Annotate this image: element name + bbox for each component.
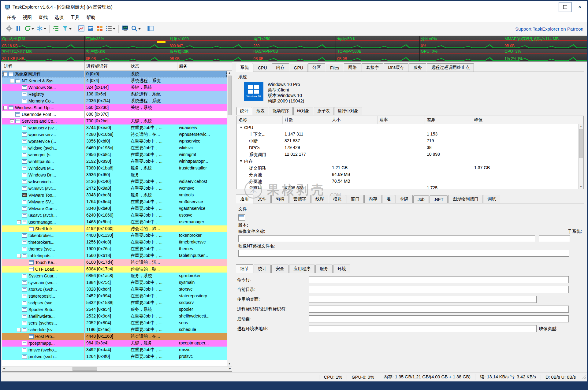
system-tab[interactable]: Files [326,64,344,72]
menu-item[interactable]: 任务 [3,13,19,22]
stats-row[interactable]: 分页池84.69 MB [237,171,578,178]
details-tab[interactable]: 细节 [236,264,253,273]
column-header-pid[interactable]: 进程标识符 [85,62,129,70]
process-row[interactable]: VMware SV...1764 [0x6e4]在重要Job中，...vm3ds… [2,199,227,205]
process-row[interactable]: sysmain (svc...1884 [0x75c]在重要Job中，...sy… [2,279,227,286]
side-panel-button[interactable] [146,24,155,34]
graph-cell[interactable]: 分区=0%0% [420,36,504,49]
general-tab[interactable]: 线程 [311,195,328,203]
scroll-right-icon[interactable]: ▶ [229,367,231,370]
process-row[interactable]: wdiserviceh...3136 [0xc40]在重要Job中，...wdi… [2,178,227,185]
process-row[interactable]: −Services and Co...700 [0x2bc]关键，系统 [2,118,227,124]
current-directory-input[interactable] [309,286,569,293]
process-row[interactable]: −系统空闲进程0 [0x0]系统 [2,71,227,77]
scroll-down-icon[interactable]: ▼ [580,185,582,189]
process-row[interactable]: winmgmt (s...2956 [0xb8c]在重要Job中，...winm… [2,151,227,158]
process-row[interactable]: −tabletinputs...1560 [0x618]在重要Job中，...t… [2,252,227,259]
stats-column-header[interactable]: 峰值 [472,116,583,124]
general-tab[interactable]: 文件 [254,195,271,203]
stats-column-header[interactable]: 名称 [237,116,283,124]
menu-item[interactable]: 工具 [67,13,83,22]
chevron-down-icon[interactable] [138,28,141,30]
process-row[interactable]: rpceptmapp...964 [0x3c4]关键，服务rpceptmappe… [2,340,227,347]
process-row[interactable]: Windows Se...324 [0x144]关键，系统 [2,84,227,91]
process-horizontal-scrollbar[interactable]: ◀ ▶ [2,366,232,371]
stats-group-row[interactable]: 内存 [237,158,578,165]
system-tab[interactable]: Dns缓存 [384,63,408,72]
collapse-chevron-icon[interactable] [240,127,242,128]
scrollbar-thumb[interactable] [228,76,232,115]
monitor-button[interactable] [121,24,129,34]
column-header-service[interactable]: 服务 [177,62,232,70]
pause-button[interactable] [14,24,23,34]
process-row[interactable]: System Guar...6856 [0x1ac8]服务，系统sgrmbrok… [2,273,227,279]
command-line-input[interactable] [309,276,569,283]
graph-cell[interactable]: GPU=0% [420,49,504,61]
process-row[interactable]: CTF Load...6084 [0x17c4]跨会话的，独... [2,266,227,273]
graph-cell[interactable]: MMAP(内存映射)读写<114 MB0B 0B [503,36,587,49]
started-from-input[interactable] [309,315,569,322]
process-row[interactable]: Usermode Font ...880 [0x370] [2,111,227,118]
patreon-link[interactable]: Support TaskExplorer on Patreon [515,27,583,32]
collapse-chevron-icon[interactable] [240,160,242,162]
graph-cell[interactable]: 句柄<50 K [336,36,420,49]
general-tab[interactable]: 模块 [329,195,346,203]
process-row[interactable]: wpnservice (...3056 [0xbf0]在重要Job中，...wp… [2,138,227,145]
tree-collapse-toggle[interactable]: − [3,106,7,110]
close-button[interactable]: × [572,1,587,13]
process-row[interactable]: usosvc (svch...6240 [0x1860]在重要Job中，...u… [2,212,227,219]
column-header-process[interactable]: 进程 [2,62,85,70]
details-tab[interactable]: 服务 [315,265,333,273]
system-sub-tab[interactable]: 驱动程序 [269,107,293,115]
process-row[interactable]: storsvc (svch...3028 [0xbd4]在重要Job中，...s… [2,286,227,293]
graph-cell[interactable]: 客户端<0B0B 0B [85,49,169,61]
system-tab[interactable]: GPU [290,64,307,72]
menu-item[interactable]: 选项 [51,13,67,22]
system-tab[interactable]: 系统 [236,63,253,72]
process-row[interactable]: Windows M...7080 [0x1ba8]服务，系统trustedins… [2,165,227,172]
graph-cell[interactable]: 空间=33% [85,36,169,49]
graph-cell[interactable]: TCP/IP<500B0B 0B [336,49,420,61]
chevron-down-icon[interactable] [44,28,46,30]
process-row[interactable]: winhttpauto...2192 [0x890]在重要Job中，...win… [2,158,227,165]
details-tab[interactable]: 安全 [271,265,288,273]
system-tab[interactable]: 内存 [272,63,289,72]
stats-column-header[interactable]: 计数 [283,116,330,124]
tree-collapse-toggle[interactable]: − [17,220,21,224]
general-tab[interactable]: 通用 [236,195,253,203]
menu-item[interactable]: 查找 [35,13,51,22]
process-row[interactable]: vmVMware Too...3048 [0xbe8]服务，系统vmtools [2,192,227,199]
chevron-down-icon[interactable] [113,28,115,30]
column-header-status[interactable]: 状态 [129,62,177,70]
process-row[interactable]: −Windows Start-Up ...560 [0x230]关键，系统 [2,104,227,111]
menu-item[interactable]: 视图 [19,13,35,22]
menu-item[interactable]: 帮助 [83,13,99,22]
system-tab[interactable]: 分区 [308,63,325,72]
scrollbar-thumb[interactable] [73,367,97,371]
general-tab[interactable]: .NET [430,195,448,203]
general-tab[interactable]: 图形绘制接口 [448,195,482,203]
details-tab[interactable]: 环境 [333,265,350,273]
process-row[interactable]: tokenbroker...4400 [0x1130]在重要Job中，...to… [2,232,227,239]
grid-view-button[interactable] [95,24,104,34]
stats-row[interactable]: 系统调用12 012 17710 898 [237,151,578,158]
tree-collapse-toggle[interactable]: − [17,328,21,332]
search-button[interactable] [130,24,142,34]
system-tab[interactable]: 套接字 [362,63,383,72]
stats-column-header[interactable]: 大小 [330,116,378,124]
stats-column-header[interactable]: 差异 [425,116,472,124]
scroll-left-icon[interactable]: ◀ [3,367,5,370]
process-row[interactable]: Registry108 [0x6c]系统进程，系统 [2,91,227,98]
tree-collapse-toggle[interactable]: − [3,72,7,76]
scroll-up-icon[interactable]: ▲ [580,124,582,128]
system-sub-tab[interactable]: 统计 [236,107,252,115]
process-row[interactable]: wcmsvc (svc...2472 [0x9a8]在重要Job中，...wcm… [2,185,227,192]
process-row[interactable]: Touch Ke...6100 [0x17d4]跨会话的，沉... [2,259,227,266]
graph-panel-button[interactable] [77,24,86,34]
process-row[interactable]: Shell Infr...4192 [0x1060]跨会话的，独... [2,225,227,232]
process-row[interactable]: VMware Gue...3040 [0xbe0]在重要Job中，...vgau… [2,205,227,212]
graph-cell[interactable]: CPU=3%1% 2% 1% [503,49,587,61]
graph-cell[interactable]: Gpu内部存储0B 16 KB [1,36,85,49]
general-tab[interactable]: 句柄 [271,195,288,203]
pid-parent-pid-input[interactable] [309,306,569,313]
